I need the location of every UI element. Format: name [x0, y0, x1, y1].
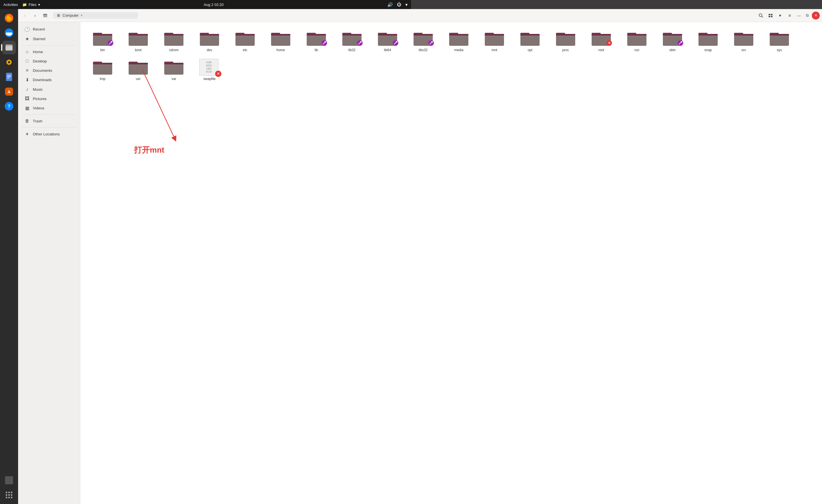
files-menu[interactable]: 📁 Files ▾ [22, 3, 40, 7]
starred-icon: ★ [24, 36, 30, 42]
sidebar-item-starred[interactable]: ★ Starred [20, 34, 78, 44]
folder-icon-wrap [306, 30, 327, 47]
file-item[interactable]: boot [123, 28, 154, 54]
svg-text:A: A [8, 89, 11, 94]
files-label: Files [29, 3, 36, 7]
file-item[interactable]: tmp [87, 56, 118, 83]
sidebar-item-label-other: Other Locations [33, 132, 60, 136]
files-icon: 📁 [22, 3, 27, 7]
file-item[interactable]: var [158, 56, 189, 83]
pictures-icon: 🖼 [24, 96, 30, 101]
file-item[interactable]: lib32 [336, 28, 368, 54]
taskbar-icon-nautilus[interactable] [2, 41, 16, 54]
taskbar-icon-writer[interactable] [2, 70, 16, 84]
svg-rect-30 [43, 15, 47, 17]
file-item[interactable]: usr [123, 56, 154, 83]
svg-point-9 [8, 61, 10, 63]
sidebar-item-label-recent: Recent [33, 27, 45, 31]
desktop-icon: □ [24, 58, 30, 64]
file-item[interactable]: libx32 [408, 28, 411, 54]
menu-icon[interactable]: ▾ [405, 2, 408, 7]
sidebar-item-videos[interactable]: ▦ Videos [20, 103, 78, 113]
folder-icon-wrap [342, 30, 362, 47]
file-name: lib64 [384, 48, 391, 52]
sidebar-item-desktop[interactable]: □ Desktop [20, 56, 78, 66]
file-item[interactable]: home [265, 28, 296, 54]
svg-rect-5 [6, 46, 13, 50]
file-item[interactable]: cdrom [158, 28, 189, 54]
svg-rect-129 [164, 63, 183, 75]
file-name: var [171, 77, 176, 81]
sidebar-item-pictures[interactable]: 🖼 Pictures [20, 94, 78, 103]
sidebar-item-recent[interactable]: 🕐 Recent [20, 25, 78, 34]
location-icon: 🖥 [56, 13, 60, 18]
file-item[interactable]: 0100001010010110✕swapfile [194, 56, 225, 83]
file-item[interactable]: bin [87, 28, 118, 54]
taskbar-icon-rhythmbox[interactable] [2, 55, 16, 69]
svg-rect-125 [129, 63, 148, 75]
back-button[interactable]: ‹ [20, 11, 29, 20]
svg-text:?: ? [8, 104, 10, 109]
activities-button[interactable]: Activities [3, 3, 18, 7]
svg-point-1 [6, 16, 12, 21]
sidebar-item-music[interactable]: ♪ Music [20, 85, 78, 94]
file-name: home [277, 48, 285, 52]
location-label: Computer [62, 13, 79, 18]
videos-icon: ▦ [24, 105, 30, 111]
file-name: boot [135, 48, 141, 52]
symlink-badge [108, 40, 113, 46]
files-arrow: ▾ [38, 3, 40, 7]
svg-rect-6 [6, 45, 9, 46]
power-icon[interactable]: ⏻ [397, 2, 401, 7]
recent-icon: 🕐 [24, 27, 30, 32]
taskbar-icon-thunderbird[interactable] [2, 26, 16, 40]
sidebar-item-home[interactable]: ⌂ Home [20, 47, 78, 56]
file-name: lib [315, 48, 318, 52]
sidebar-item-trash[interactable]: 🗑 Trash [20, 116, 78, 125]
sidebar-item-other[interactable]: + Other Locations [20, 129, 78, 139]
svg-rect-121 [93, 63, 112, 75]
location-bar[interactable]: 🖥 Computer ▾ [53, 12, 138, 19]
taskbar-icon-appstore[interactable]: A [2, 85, 16, 98]
taskbar: A ? [0, 9, 18, 252]
folder-icon-wrap [164, 59, 184, 76]
folder-icon-wrap [128, 59, 148, 76]
file-item[interactable]: etc [230, 28, 261, 54]
svg-rect-53 [200, 34, 219, 46]
file-item[interactable]: dev [194, 28, 225, 54]
other-icon: + [24, 131, 30, 137]
folder-icon-wrap [92, 30, 113, 47]
svg-rect-57 [236, 34, 255, 46]
location-type-button[interactable] [41, 11, 50, 20]
folder-icon-wrap [271, 30, 291, 47]
file-name: cdrom [169, 48, 178, 52]
file-item[interactable]: lib [301, 28, 332, 54]
file-name: etc [243, 48, 247, 52]
forward-button[interactable]: › [31, 11, 40, 20]
sidebar: 🕐 Recent ★ Starred ⌂ Home □ Desktop ≡ Do… [18, 22, 80, 252]
swapfile-denied-badge: ✕ [215, 71, 221, 77]
file-name: swapfile [203, 77, 216, 81]
files-area: bin boot cdrom dev [80, 22, 411, 252]
toolbar: ‹ › 🖥 Computer ▾ [18, 9, 411, 22]
datetime: Aug 2 02:20 [204, 3, 224, 7]
sidebar-item-downloads[interactable]: ⬇ Downloads [20, 75, 78, 84]
file-item[interactable]: lib64 [372, 28, 403, 54]
sidebar-item-documents[interactable]: ≡ Documents [20, 66, 78, 75]
home-icon: ⌂ [24, 49, 30, 54]
sound-icon[interactable]: 🔊 [387, 2, 393, 7]
sidebar-divider-2 [21, 114, 77, 115]
file-name: usr [136, 77, 141, 81]
folder-icon-wrap [235, 30, 255, 47]
taskbar-icon-firefox[interactable] [2, 11, 16, 25]
files-grid: bin boot cdrom dev [87, 28, 411, 83]
svg-rect-31 [43, 14, 45, 15]
sidebar-item-label-videos: Videos [33, 106, 44, 110]
taskbar-icon-help[interactable]: ? [2, 99, 16, 113]
svg-rect-45 [129, 34, 148, 46]
topbar-left: Activities 📁 Files ▾ [3, 3, 40, 7]
sidebar-item-label-starred: Starred [33, 37, 45, 41]
folder-icon-wrap [128, 30, 148, 47]
file-name: lib32 [348, 48, 355, 52]
folder-icon-wrap [377, 30, 398, 47]
